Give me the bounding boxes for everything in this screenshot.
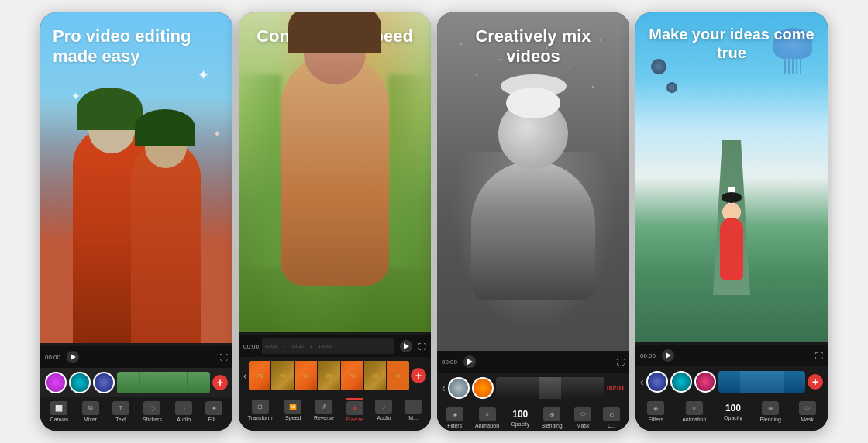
transform-icon: ⊞: [252, 400, 269, 414]
expand-icon: ⛶: [220, 353, 228, 362]
tool-mask-4[interactable]: ⬭ Mask: [799, 401, 816, 422]
phone-card-2: Control your speed 00:00 00:00 + 00:30 +…: [239, 12, 431, 431]
tool-freeze[interactable]: ❄ Freeze: [346, 398, 363, 422]
tool-blending-3[interactable]: ⊕ Blending: [541, 407, 562, 428]
mask-icon-3: ⬭: [574, 407, 591, 421]
strip3-light: [539, 377, 561, 399]
tool-animation-4[interactable]: ◊ Animation: [682, 401, 706, 422]
card4-bottom: 00:00 ⛶ ‹ + ◈: [636, 342, 828, 431]
bw-person-head: [498, 99, 568, 169]
add-clip-button[interactable]: +: [212, 375, 228, 390]
tool-stickers-label: Stickers: [143, 417, 162, 422]
clip-strip-3[interactable]: [496, 377, 604, 399]
card3-image-area: Creatively mix videos: [437, 12, 629, 351]
clip-dot-4-teal[interactable]: [670, 371, 692, 393]
tool-more[interactable]: ⋯ M...: [405, 400, 422, 421]
tool-filters-4[interactable]: ◈ Filters: [647, 401, 664, 422]
tool-stickers[interactable]: ⬡ Stickers: [143, 401, 162, 422]
add-clip-button-2[interactable]: +: [411, 368, 426, 383]
tool-speed[interactable]: ⏩ Speed: [284, 400, 301, 421]
clip-dot-orange[interactable]: [472, 377, 494, 399]
tool-audio2-label: Audio: [377, 415, 391, 421]
tool-mask3-label: Mask: [577, 423, 590, 428]
card1-toolbar: ⬜ Canvas ⧉ Mixer T Text ⬡ Stickers ♪ A: [40, 397, 232, 424]
film-frame-6: 70: [364, 361, 387, 390]
tool-filters[interactable]: ✦ Filt...: [205, 401, 222, 422]
phone-card-3: Creatively mix videos 00:00: [437, 12, 629, 431]
card1-play-button[interactable]: [67, 351, 79, 363]
film-frame-4: 70: [318, 361, 340, 390]
tool-filters-3[interactable]: ◈ Filters: [446, 407, 463, 428]
clip-strip[interactable]: [117, 372, 210, 393]
opacity-value-4: 100: [725, 403, 741, 414]
expand-icon-3: ⛶: [617, 358, 625, 366]
sparkle-icon-1: ✦: [198, 67, 209, 84]
card2-play-button[interactable]: [400, 340, 412, 352]
play-triangle-icon-4: [666, 352, 671, 359]
stickers-icon: ⬡: [143, 401, 160, 415]
clip-dot-teal[interactable]: [69, 372, 91, 393]
expand-icon-2: ⛶: [418, 342, 426, 351]
more-icon: ⋯: [405, 400, 422, 414]
tool-audio2[interactable]: ♪ Audio: [375, 400, 392, 421]
film-frame-1: 70: [249, 361, 271, 390]
tool-text-label: Text: [115, 417, 126, 422]
add-clip-button-4[interactable]: +: [808, 374, 823, 390]
clip-dot-gray[interactable]: [448, 377, 470, 399]
filmstrip[interactable]: 70 70 70 70 70 70 0: [249, 361, 409, 390]
clip-dot-4-pink[interactable]: [694, 371, 716, 393]
tool-speed-label: Speed: [285, 415, 301, 421]
tool-filters4-label: Filters: [649, 417, 663, 422]
tool-text[interactable]: T Text: [112, 401, 129, 422]
clip-dot-blue[interactable]: [93, 372, 115, 393]
tool-mixer-label: Mixer: [84, 417, 97, 422]
tool-audio-label: Audio: [177, 417, 191, 422]
arrow-left-button[interactable]: ‹: [243, 369, 247, 382]
tool-freeze-label: Freeze: [346, 417, 363, 422]
more-icon-3: C: [603, 407, 620, 421]
tool-audio[interactable]: ♪ Audio: [175, 401, 192, 422]
freeze-icon: ❄: [346, 401, 363, 415]
card4-play-button[interactable]: [662, 349, 674, 362]
card4-timeline: 00:00 ⛶: [636, 345, 828, 366]
tool-mask-3[interactable]: ⬭ Mask: [574, 407, 591, 428]
arrow-left-button-3[interactable]: ‹: [442, 382, 446, 394]
card3-play-button[interactable]: [463, 355, 476, 368]
tool-opacity3-label: Opacity: [511, 421, 529, 427]
card4-title: Make your ideas come true: [636, 12, 828, 62]
tool-animation-3[interactable]: ◊ Animation: [475, 407, 499, 428]
card2-ruler[interactable]: 00:00 + 00:30 + 1:00:0: [262, 338, 394, 354]
tool-more-3[interactable]: C C...: [603, 407, 620, 428]
clip-dot-pink[interactable]: [45, 372, 67, 393]
tool-opacity-4[interactable]: 100 Opacity: [724, 403, 742, 421]
card2-person: [281, 53, 389, 286]
filters-icon: ✦: [205, 401, 222, 415]
card2-filmstrip-row: ‹ 70 70 70 70 70 70 0 +: [239, 357, 431, 394]
tool-opacity-3[interactable]: 100 Opacity: [511, 409, 529, 427]
tool-reverse-label: Reverse: [314, 415, 334, 421]
play-triangle-icon: [71, 354, 76, 360]
film-frame-7: 0: [387, 361, 409, 390]
tool-mixer[interactable]: ⧉ Mixer: [82, 401, 99, 422]
tool-more-label: M...: [408, 415, 418, 421]
clip-segment-1: [117, 372, 140, 393]
card1-people: [40, 95, 232, 343]
strip4b: [740, 371, 784, 393]
play-triangle-icon-3: [467, 359, 473, 365]
audio-icon-2: ♪: [375, 400, 392, 414]
tool-blending-4[interactable]: ⊕ Blending: [760, 401, 781, 422]
canvas-icon: ⬜: [50, 401, 67, 415]
strip3-dark: [496, 377, 539, 399]
arrow-left-button-4[interactable]: ‹: [640, 376, 644, 388]
phone-card-1: Pro video editing made easy ✦ ✦ ✦ 00:00 …: [40, 12, 232, 431]
card2-image-area: Control your speed: [239, 12, 431, 332]
tool-reverse[interactable]: ↺ Reverse: [314, 400, 334, 421]
tool-transform-label: Transform: [248, 415, 273, 421]
clip-strip-4[interactable]: [718, 371, 805, 393]
clip-dot-4-purple[interactable]: [646, 371, 668, 393]
tool-transform[interactable]: ⊞ Transform: [248, 400, 273, 421]
tool-canvas[interactable]: ⬜ Canvas: [50, 401, 69, 422]
mixer-icon: ⧉: [82, 401, 99, 415]
tool-animation3-label: Animation: [475, 423, 499, 428]
tool-animation4-label: Animation: [682, 417, 706, 422]
